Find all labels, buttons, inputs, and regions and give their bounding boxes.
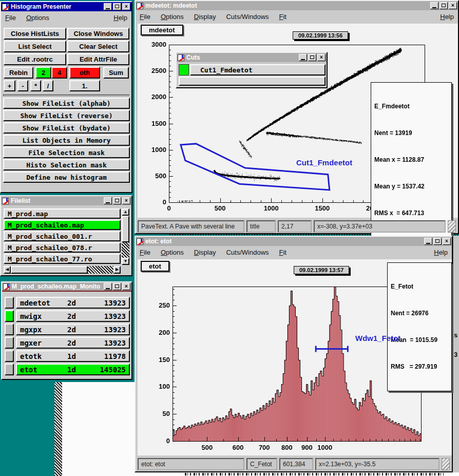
close-button[interactable]: × [317, 54, 326, 61]
menu-help[interactable]: Help [113, 14, 127, 22]
maximize-button[interactable] [308, 54, 316, 61]
menu-options[interactable]: Options [161, 249, 184, 256]
menu-help[interactable]: Help [434, 249, 448, 256]
monitor-histogram-row[interactable]: mdeetot2d13923 [16, 297, 130, 309]
maximize-button[interactable] [439, 2, 448, 9]
monitor-row-swatch[interactable] [5, 323, 14, 335]
scroll-up-button[interactable]: ▲ [122, 208, 129, 216]
list-objects-in-memory-button[interactable]: List Objects in Memory [3, 135, 130, 146]
close-button[interactable]: × [122, 3, 130, 10]
vertical-scroll-thumb[interactable] [122, 216, 129, 242]
monitor-row-swatch[interactable] [5, 337, 14, 349]
monitor-row-swatch[interactable] [5, 297, 14, 309]
maximize-button[interactable] [113, 3, 121, 10]
monitor-row-swatch[interactable] [5, 350, 14, 362]
minimize-button[interactable] [104, 283, 112, 290]
minimize-button[interactable] [424, 238, 432, 245]
minus-button[interactable]: - [17, 80, 28, 91]
close-button[interactable]: × [443, 238, 451, 245]
monitor-histogram-row[interactable]: mwigx2d13923 [16, 310, 130, 322]
filelist-titlebar[interactable]: Filelist × [1, 196, 131, 205]
filelist-window: Filelist × M_prod.map M_prod_schaileo.ma… [0, 195, 132, 276]
rebin-button[interactable]: Rebin [4, 67, 33, 79]
menu-fit[interactable]: Fit [279, 13, 286, 21]
monitor-titlebar[interactable]: M_prod_schaileo.map_Monito × [2, 282, 131, 292]
etot-titlebar[interactable]: etot: etot × [136, 237, 452, 246]
minimize-button[interactable] [430, 2, 438, 9]
rebin-2-button[interactable]: 2 [35, 67, 51, 79]
file-selection-mask-button[interactable]: File Selection mask [3, 147, 130, 158]
histo-selection-mask-button[interactable]: Histo Selection mask [3, 159, 130, 170]
edit-rootrc-button[interactable]: Edit .rootrc [4, 53, 66, 65]
monitor-row-swatch[interactable] [5, 364, 14, 375]
cut-list-item[interactable]: Cut1_Fmdeetot [190, 64, 326, 75]
root-app-icon [3, 283, 10, 290]
status-object-info: PaveText. A Pave with several line [138, 220, 244, 233]
define-new-histogram-button[interactable]: Define new histogram [3, 172, 130, 183]
menu-fit[interactable]: Fit [279, 249, 286, 256]
menu-display[interactable]: Display [194, 13, 216, 21]
close-histlists-button[interactable]: Close HistLists [4, 28, 66, 40]
status-pixel-coords: 2,17 [278, 220, 312, 233]
monitor-histogram-row[interactable]: mgxpx2d13923 [16, 323, 130, 335]
menu-display[interactable]: Display [194, 249, 216, 256]
minimize-button[interactable] [299, 54, 307, 61]
horizontal-scroll-thumb[interactable] [11, 266, 88, 274]
close-button[interactable]: × [449, 2, 457, 9]
rebin-4-button[interactable]: 4 [51, 67, 67, 79]
histogram-dim: 1d [67, 352, 86, 360]
mdeetot-titlebar[interactable]: mdeetot: mdeetot × [136, 1, 458, 10]
edge-fragment-3: 3 [454, 351, 457, 358]
menu-file[interactable]: File [140, 249, 150, 256]
resize-grip[interactable] [442, 458, 450, 470]
list-select-button[interactable]: List Select [4, 41, 66, 52]
monitor-histogram-row[interactable]: etotk1d11978 [16, 350, 130, 362]
show-filelist-bydate-button[interactable]: Show FileList (bydate) [3, 122, 130, 134]
show-filelist-reverse-button[interactable]: Show FileList (reverse) [3, 110, 130, 121]
plus-button[interactable]: + [4, 80, 15, 91]
menu-cuts-windows[interactable]: Cuts/Windows [226, 249, 269, 256]
sum-button[interactable]: Sum [103, 67, 129, 79]
menu-cuts-windows[interactable]: Cuts/Windows [226, 13, 269, 21]
filelist-item[interactable]: M_prod_schaileo_001.r [4, 231, 121, 241]
maximize-button[interactable] [113, 283, 121, 290]
minimize-button[interactable] [104, 197, 112, 204]
menu-file[interactable]: File [5, 14, 16, 22]
mdeetot-menubar: File Options Display Cuts/Windows Fit He… [136, 10, 458, 23]
filelist-item[interactable]: M_prod_schaileo.map [4, 220, 121, 230]
maximize-button[interactable] [433, 238, 442, 245]
filelist-item[interactable]: M_prod_schaileo_078.r [4, 242, 121, 253]
close-windows-button[interactable]: Close Windows [67, 28, 129, 40]
close-button[interactable]: × [122, 197, 130, 204]
monitor-title: M_prod_schaileo.map_Monito [12, 283, 102, 290]
monitor-histogram-row[interactable]: etot1d145025 [16, 364, 130, 375]
menu-options[interactable]: Options [26, 14, 49, 22]
show-filelist-alphab-button[interactable]: Show FileList (alphab) [3, 98, 130, 109]
maximize-button[interactable] [113, 197, 121, 204]
divide-button[interactable]: / [43, 80, 53, 91]
multiply-button[interactable]: * [30, 80, 41, 91]
factor-one-button[interactable]: 1. [69, 80, 100, 91]
scroll-right-button[interactable]: ▶ [113, 266, 121, 274]
menu-help[interactable]: Help [440, 13, 454, 21]
scroll-left-button[interactable]: ◀ [4, 266, 11, 274]
background-scrollbar-strip[interactable] [54, 382, 62, 476]
close-button[interactable]: × [122, 283, 130, 290]
monitor-histogram-row[interactable]: mgxer2d13923 [16, 337, 130, 349]
monitor-row-swatch[interactable] [5, 310, 14, 322]
right-edge-strip: s 3 [453, 236, 459, 472]
histogram-entries: 11978 [86, 352, 126, 360]
minimize-button[interactable] [104, 3, 112, 10]
rebin-oth-button[interactable]: oth [69, 67, 100, 79]
clear-select-button[interactable]: Clear Select [67, 41, 129, 52]
scroll-down-button[interactable]: ▼ [122, 258, 129, 265]
cut-swatch[interactable] [179, 64, 189, 75]
cuts-titlebar[interactable]: Cuts × [177, 53, 327, 62]
resize-grip[interactable] [448, 220, 456, 233]
menu-options[interactable]: Options [161, 13, 184, 21]
filelist-item[interactable]: M_prod_schaileo_77.ro [4, 254, 121, 264]
filelist-item[interactable]: M_prod.map [4, 208, 121, 219]
presenter-titlebar[interactable]: Histogram Presenter × [1, 2, 131, 11]
edit-attrfile-button[interactable]: Edit AttrFile [67, 53, 129, 65]
menu-file[interactable]: File [140, 13, 150, 21]
